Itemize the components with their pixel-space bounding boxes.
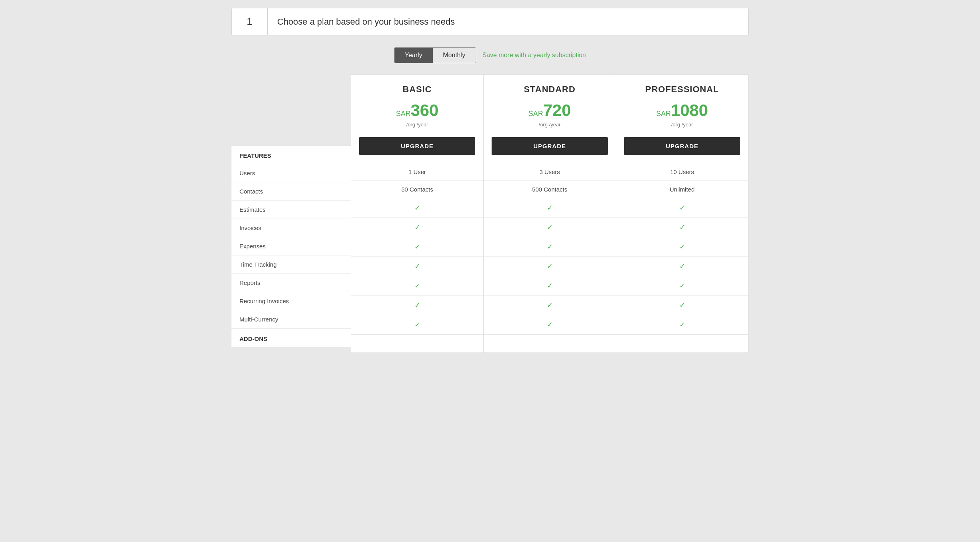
check-icon: ✓: [547, 321, 553, 329]
check-icon: ✓: [414, 223, 420, 231]
basic-estimates-check: ✓: [351, 198, 483, 217]
yearly-toggle-button[interactable]: Yearly: [395, 48, 433, 63]
check-icon: ✓: [414, 282, 420, 290]
standard-multicurrency-check: ✓: [484, 315, 616, 334]
plan-professional: PROFESSIONAL SAR1080 /org /year UPGRADE …: [616, 74, 749, 353]
check-icon: ✓: [679, 282, 685, 290]
features-section-label: FEATURES: [231, 146, 351, 164]
basic-amount: 360: [410, 101, 438, 120]
standard-period: /org /year: [539, 122, 561, 132]
check-icon: ✓: [679, 321, 685, 329]
check-icon: ✓: [547, 243, 553, 251]
basic-time-check: ✓: [351, 256, 483, 276]
feature-users: Users: [231, 164, 351, 182]
standard-plan-price: SAR720: [520, 98, 579, 122]
professional-plan-name: PROFESSIONAL: [637, 75, 727, 98]
addons-section-label: ADD-ONS: [231, 329, 351, 347]
standard-estimates-check: ✓: [484, 198, 616, 217]
billing-toggle-area: Yearly Monthly Save more with a yearly s…: [231, 47, 749, 63]
feature-recurring-invoices: Recurring Invoices: [231, 292, 351, 310]
standard-reports-check: ✓: [484, 276, 616, 295]
basic-currency: SAR: [396, 110, 410, 118]
check-icon: ✓: [679, 243, 685, 251]
standard-expenses-check: ✓: [484, 237, 616, 256]
plan-standard: STANDARD SAR720 /org /year UPGRADE 3 Use…: [484, 74, 616, 353]
feature-contacts: Contacts: [231, 182, 351, 201]
basic-multicurrency-check: ✓: [351, 315, 483, 334]
check-icon: ✓: [679, 223, 685, 231]
step-number: 1: [232, 8, 268, 35]
check-icon: ✓: [547, 262, 553, 270]
professional-invoices-check: ✓: [616, 217, 748, 237]
basic-addons-spacer: ADD-ONS: [351, 334, 483, 352]
professional-multicurrency-check: ✓: [616, 315, 748, 334]
check-icon: ✓: [547, 282, 553, 290]
check-icon: ✓: [414, 321, 420, 329]
feature-expenses: Expenses: [231, 237, 351, 256]
professional-expenses-check: ✓: [616, 237, 748, 256]
professional-currency: SAR: [656, 110, 671, 118]
plans-area: BASIC SAR360 /org /year UPGRADE 1 User 5…: [351, 74, 749, 353]
standard-amount: 720: [543, 101, 571, 120]
basic-upgrade-button[interactable]: UPGRADE: [359, 137, 475, 155]
professional-recurring-check: ✓: [616, 295, 748, 315]
page-wrapper: 1 Choose a plan based on your business n…: [231, 8, 749, 353]
standard-contacts: 500 Contacts: [484, 180, 616, 198]
standard-currency: SAR: [528, 110, 543, 118]
check-icon: ✓: [414, 204, 420, 212]
standard-addons-spacer: ADD-ONS: [484, 334, 616, 352]
basic-plan-name: BASIC: [395, 75, 439, 98]
basic-expenses-check: ✓: [351, 237, 483, 256]
standard-users: 3 Users: [484, 163, 616, 180]
professional-period: /org /year: [671, 122, 693, 132]
check-icon: ✓: [679, 262, 685, 270]
check-icon: ✓: [414, 243, 420, 251]
professional-time-check: ✓: [616, 256, 748, 276]
basic-plan-price: SAR360: [388, 98, 446, 122]
basic-reports-check: ✓: [351, 276, 483, 295]
feature-reports: Reports: [231, 274, 351, 292]
check-icon: ✓: [547, 301, 553, 309]
check-icon: ✓: [547, 223, 553, 231]
save-text: Save more with a yearly subscription: [482, 52, 586, 59]
feature-multi-currency: Multi-Currency: [231, 310, 351, 329]
step-title: Choose a plan based on your business nee…: [268, 10, 464, 34]
standard-recurring-check: ✓: [484, 295, 616, 315]
standard-upgrade-button[interactable]: UPGRADE: [492, 137, 608, 155]
basic-period: /org /year: [406, 122, 428, 132]
billing-toggle: Yearly Monthly: [394, 47, 476, 63]
basic-contacts: 50 Contacts: [351, 180, 483, 198]
monthly-toggle-button[interactable]: Monthly: [433, 48, 476, 63]
feature-invoices: Invoices: [231, 219, 351, 237]
basic-recurring-check: ✓: [351, 295, 483, 315]
professional-plan-price: SAR1080: [648, 98, 716, 122]
standard-time-check: ✓: [484, 256, 616, 276]
feature-time-tracking: Time Tracking: [231, 256, 351, 274]
step-header: 1 Choose a plan based on your business n…: [231, 8, 749, 35]
professional-contacts: Unlimited: [616, 180, 748, 198]
professional-estimates-check: ✓: [616, 198, 748, 217]
check-icon: ✓: [679, 301, 685, 309]
check-icon: ✓: [414, 301, 420, 309]
professional-amount: 1080: [671, 101, 708, 120]
check-icon: ✓: [414, 262, 420, 270]
check-icon: ✓: [547, 204, 553, 212]
plan-basic: BASIC SAR360 /org /year UPGRADE 1 User 5…: [351, 74, 484, 353]
basic-users: 1 User: [351, 163, 483, 180]
professional-upgrade-button[interactable]: UPGRADE: [624, 137, 740, 155]
features-sidebar: FEATURES Users Contacts Estimates Invoic…: [231, 146, 351, 347]
feature-estimates: Estimates: [231, 201, 351, 219]
standard-plan-name: STANDARD: [516, 75, 583, 98]
check-icon: ✓: [679, 204, 685, 212]
professional-addons-spacer: ADD-ONS: [616, 334, 748, 352]
professional-reports-check: ✓: [616, 276, 748, 295]
pricing-layout: FEATURES Users Contacts Estimates Invoic…: [231, 74, 749, 353]
standard-invoices-check: ✓: [484, 217, 616, 237]
basic-invoices-check: ✓: [351, 217, 483, 237]
professional-users: 10 Users: [616, 163, 748, 180]
